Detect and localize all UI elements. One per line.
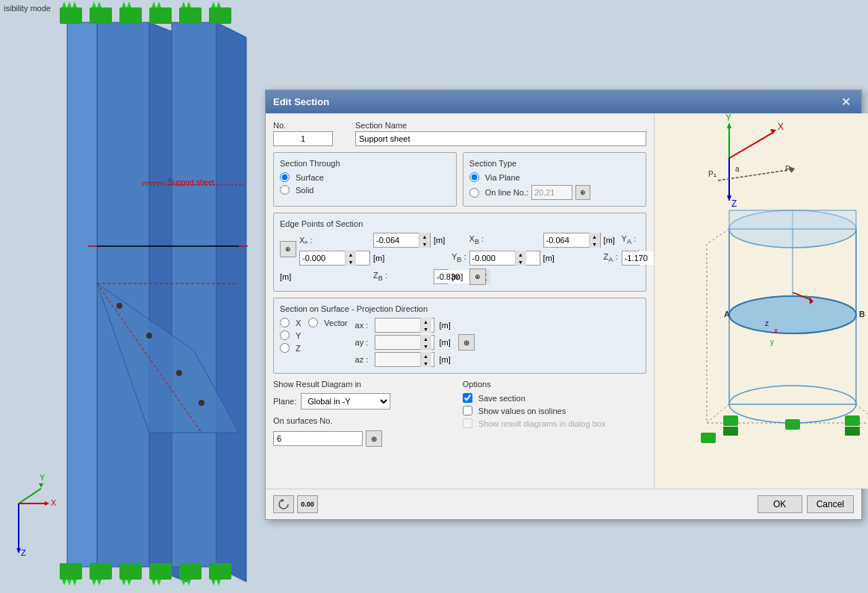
dialog-close-button[interactable]: ✕ [838,95,854,109]
yb-up-btn[interactable]: ▲ [516,251,526,258]
svg-marker-15 [97,1,102,7]
xb-input[interactable] [544,233,589,247]
radio-via-plane-label[interactable]: Via Plane [469,172,640,182]
ya-input[interactable] [300,251,345,265]
edge-point-picker-btn[interactable]: ⊕ [280,241,296,257]
result-diagram-title: Show Result Diagram in [273,380,457,389]
on-line-picker-button[interactable]: ⊕ [575,185,590,200]
proj-vector-group: Vector [308,318,347,327]
svg-rect-25 [90,563,112,580]
section-through-type-row: Section Through Surface Solid Section Ty [273,152,646,213]
surfaces-row: ⊕ [273,430,457,447]
edge-point-picker-btn-2[interactable]: ⊕ [469,269,486,285]
svg-point-49 [199,400,204,406]
surfaces-picker-btn[interactable]: ⊕ [366,430,382,447]
zero-icon-label: 0.00 [301,501,314,508]
ax-spinbox-btns: ▲ ▼ [420,318,431,333]
section-type-radios: Via Plane On line No.: ⊕ [469,172,640,200]
zero-button[interactable]: 0.00 [297,495,318,513]
show-result-diagrams-checkbox[interactable] [463,418,472,428]
xa-up-btn[interactable]: ▲ [419,233,430,240]
yb-down-btn[interactable]: ▼ [516,258,526,266]
section-name-label: Section Name [355,121,646,130]
surfaces-input[interactable] [273,431,363,446]
radio-surface[interactable] [280,172,290,182]
svg-rect-27 [149,563,172,580]
xa-down-btn[interactable]: ▼ [419,240,430,248]
radio-vector-label[interactable]: Vector [308,318,347,327]
yb-spinbox-btns: ▲ ▼ [515,251,526,266]
name-group: Section Name [355,121,646,146]
cancel-button[interactable]: Cancel [807,495,854,513]
show-isolines-checkbox[interactable] [463,406,472,415]
ay-input[interactable] [375,336,420,349]
svg-marker-42 [216,580,221,586]
radio-z-label[interactable]: Z [280,343,301,353]
svg-point-95 [729,296,856,333]
save-section-checkbox[interactable] [463,393,472,403]
radio-y-label[interactable]: Y [280,330,301,340]
zb-unit: [m] [452,272,466,281]
edge-points-group: Edge Points of Section Xₐ : ▲ ▼ [m] XB : [273,213,646,292]
radio-on-line[interactable] [469,188,479,198]
reset-button[interactable] [273,495,294,513]
radio-vector[interactable] [308,318,318,327]
svg-marker-14 [92,1,96,7]
radio-solid[interactable] [280,185,290,195]
plane-select[interactable]: Global in -Y Global in X Global in Y Glo… [301,393,390,410]
xb-spinbox-btns: ▲ ▼ [589,233,600,248]
radio-solid-label[interactable]: Solid [280,185,450,195]
radio-on-line-label[interactable]: On line No.: ⊕ [469,185,640,200]
svg-marker-32 [72,580,77,586]
svg-marker-13 [72,1,77,7]
result-options-row: Show Result Diagram in Plane: Global in … [273,380,646,447]
xa-input[interactable] [374,233,419,247]
radio-via-plane[interactable] [469,172,479,182]
svg-rect-28 [179,563,202,580]
ya-up-btn[interactable]: ▲ [346,251,356,258]
proj-picker-btn[interactable]: ⊕ [458,334,475,351]
az-label: az : [355,355,372,364]
radio-x[interactable] [280,318,290,327]
svg-rect-9 [179,7,202,24]
ok-button[interactable]: OK [758,495,802,513]
svg-marker-36 [127,580,131,586]
svg-marker-39 [181,580,186,586]
radio-y[interactable] [280,330,290,340]
ya-down-btn[interactable]: ▼ [346,258,356,266]
az-input[interactable] [375,353,420,366]
svg-marker-41 [211,580,216,586]
section-name-input[interactable] [355,131,646,146]
xb-up-btn[interactable]: ▲ [590,233,600,240]
ay-unit: [m] [440,338,451,347]
radio-surface-label[interactable]: Surface [280,172,450,182]
yb-unit: [m] [543,254,601,263]
show-result-diagrams-label[interactable]: Show result diagrams in dialog box [463,418,646,428]
az-down-btn[interactable]: ▼ [421,360,431,367]
svg-text:A: A [724,310,730,319]
ax-row: ax : ▲ ▼ [m] [355,318,451,333]
ax-up-btn[interactable]: ▲ [421,318,431,325]
radio-x-label[interactable]: X [280,318,301,327]
xb-down-btn[interactable]: ▼ [590,240,600,248]
az-up-btn[interactable]: ▲ [421,352,431,360]
az-spinbox: ▲ ▼ [375,352,434,367]
svg-rect-112 [701,433,716,443]
radio-z[interactable] [280,343,290,353]
ay-up-btn[interactable]: ▲ [421,335,431,342]
result-plane-row: Plane: Global in -Y Global in X Global i… [273,393,457,410]
projection-title: Section on Surface - Projection Directio… [280,304,640,313]
save-section-label[interactable]: Save section [463,393,646,403]
no-group: No. [273,121,348,146]
options-checkboxes: Save section Show values on isolines Sho… [463,393,646,428]
yb-input[interactable] [470,251,515,265]
ax-down-btn[interactable]: ▼ [421,325,431,333]
svg-marker-3 [172,22,216,567]
ax-input[interactable] [375,319,420,332]
xb-label: XB : [469,234,540,245]
on-line-input[interactable] [531,185,572,200]
svg-rect-8 [149,7,172,24]
show-isolines-label[interactable]: Show values on isolines [463,406,646,415]
ay-down-btn[interactable]: ▼ [421,342,431,350]
no-input[interactable] [273,131,333,146]
